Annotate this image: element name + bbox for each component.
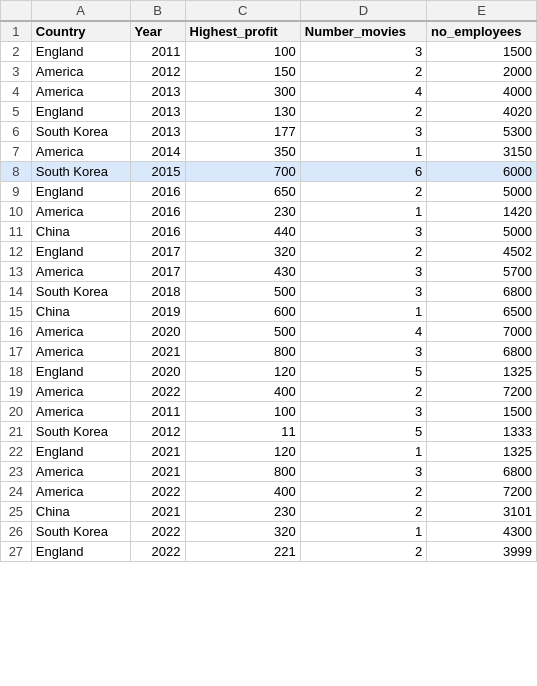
cell-country: China [31,302,130,322]
cell-year: 2013 [130,82,185,102]
table-row[interactable]: 15China201960016500 [1,302,537,322]
table-row[interactable]: 16America202050047000 [1,322,537,342]
cell-highest-profit: 650 [185,182,300,202]
cell-no-employees: 1500 [427,42,537,62]
cell-no-employees: 5300 [427,122,537,142]
cell-no-employees: 6000 [427,162,537,182]
cell-number-movies: 1 [300,302,426,322]
table-row[interactable]: 18England202012051325 [1,362,537,382]
cell-number-movies: 2 [300,62,426,82]
cell-year: 2021 [130,502,185,522]
row-num-6: 6 [1,122,32,142]
cell-country: China [31,222,130,242]
row-num-14: 14 [1,282,32,302]
cell-year: 2011 [130,402,185,422]
table-row[interactable]: 5England201313024020 [1,102,537,122]
cell-number-movies: 1 [300,142,426,162]
cell-country: South Korea [31,422,130,442]
row-num-24: 24 [1,482,32,502]
header-year: Year [130,21,185,42]
cell-no-employees: 3101 [427,502,537,522]
table-row[interactable]: 12England201732024502 [1,242,537,262]
row-num-10: 10 [1,202,32,222]
cell-number-movies: 1 [300,522,426,542]
row-num-25: 25 [1,502,32,522]
table-row[interactable]: 10America201623011420 [1,202,537,222]
col-c-header[interactable]: C [185,1,300,22]
col-e-header[interactable]: E [427,1,537,22]
header-no-employees: no_employees [427,21,537,42]
table-row[interactable]: 6South Korea201317735300 [1,122,537,142]
cell-country: England [31,542,130,562]
table-row[interactable]: 8South Korea201570066000 [1,162,537,182]
table-row[interactable]: 3America201215022000 [1,62,537,82]
cell-no-employees: 6800 [427,342,537,362]
cell-no-employees: 3150 [427,142,537,162]
table-row[interactable]: 24America202240027200 [1,482,537,502]
table-row[interactable]: 11China201644035000 [1,222,537,242]
row-num-23: 23 [1,462,32,482]
cell-country: England [31,42,130,62]
table-row[interactable]: 13America201743035700 [1,262,537,282]
cell-no-employees: 2000 [427,62,537,82]
cell-number-movies: 3 [300,342,426,362]
cell-highest-profit: 500 [185,322,300,342]
cell-year: 2019 [130,302,185,322]
row-num-15: 15 [1,302,32,322]
cell-no-employees: 1500 [427,402,537,422]
table-row[interactable]: 21South Korea20121151333 [1,422,537,442]
cell-country: England [31,362,130,382]
cell-country: England [31,242,130,262]
col-d-header[interactable]: D [300,1,426,22]
cell-year: 2022 [130,382,185,402]
cell-year: 2012 [130,62,185,82]
cell-highest-profit: 440 [185,222,300,242]
table-row[interactable]: 22England202112011325 [1,442,537,462]
cell-year: 2016 [130,202,185,222]
col-b-header[interactable]: B [130,1,185,22]
row-num-21: 21 [1,422,32,442]
cell-country: England [31,442,130,462]
cell-number-movies: 2 [300,242,426,262]
table-row[interactable]: 25China202123023101 [1,502,537,522]
cell-highest-profit: 120 [185,362,300,382]
row-num-8: 8 [1,162,32,182]
table-row[interactable]: 27England202222123999 [1,542,537,562]
table-row[interactable]: 7America201435013150 [1,142,537,162]
cell-number-movies: 1 [300,442,426,462]
cell-no-employees: 3999 [427,542,537,562]
table-row[interactable]: 14South Korea201850036800 [1,282,537,302]
col-a-header[interactable]: A [31,1,130,22]
table-row[interactable]: 17America202180036800 [1,342,537,362]
cell-country: America [31,62,130,82]
cell-no-employees: 1325 [427,442,537,462]
table-row[interactable]: 4America201330044000 [1,82,537,102]
row-num-17: 17 [1,342,32,362]
header-highest-profit: Highest_profit [185,21,300,42]
cell-no-employees: 4502 [427,242,537,262]
cell-year: 2021 [130,342,185,362]
cell-highest-profit: 430 [185,262,300,282]
cell-number-movies: 5 [300,362,426,382]
cell-number-movies: 4 [300,82,426,102]
table-row[interactable]: 9England201665025000 [1,182,537,202]
cell-number-movies: 3 [300,222,426,242]
row-num-5: 5 [1,102,32,122]
table-row[interactable]: 23America202180036800 [1,462,537,482]
cell-country: America [31,382,130,402]
cell-country: America [31,462,130,482]
cell-number-movies: 2 [300,482,426,502]
table-row[interactable]: 2England201110031500 [1,42,537,62]
cell-country: China [31,502,130,522]
row-num-11: 11 [1,222,32,242]
row-num-4: 4 [1,82,32,102]
cell-country: America [31,142,130,162]
cell-highest-profit: 400 [185,382,300,402]
row-num-20: 20 [1,402,32,422]
cell-year: 2017 [130,242,185,262]
cell-no-employees: 6800 [427,462,537,482]
table-row[interactable]: 19America202240027200 [1,382,537,402]
cell-highest-profit: 177 [185,122,300,142]
table-row[interactable]: 20America201110031500 [1,402,537,422]
table-row[interactable]: 26South Korea202232014300 [1,522,537,542]
